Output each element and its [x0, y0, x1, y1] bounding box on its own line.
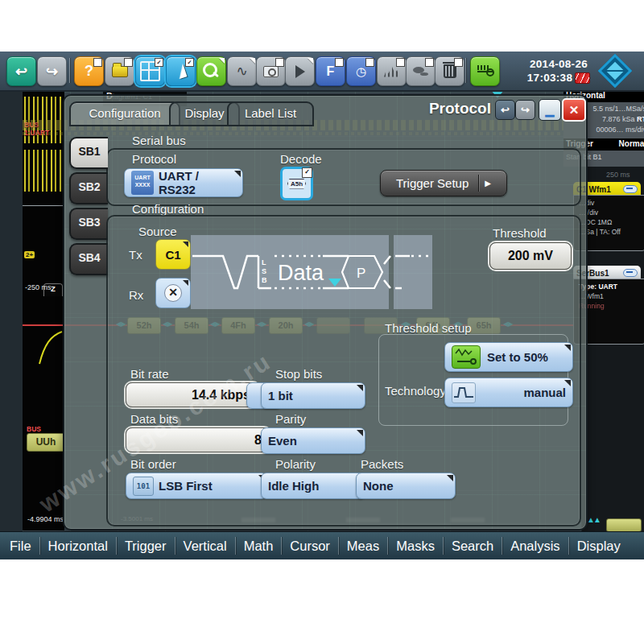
set-to-50-button[interactable]: Set to 50%: [444, 342, 573, 372]
bit-order-dropdown[interactable]: 101 LSB First: [126, 473, 267, 499]
rohde-schwarz-logo: [601, 56, 630, 85]
toolbar: ↩ ↪ ? ✓ ✓ ∿ F ◷ 2014-08-26 17:03:38: [0, 52, 644, 92]
menu-meas[interactable]: Meas: [339, 533, 387, 559]
marker-arrows: ▲▲: [587, 515, 600, 524]
menu-trigger[interactable]: Trigger: [117, 533, 175, 559]
decode-label: Decode: [280, 152, 322, 166]
time-scale-label: -250 ms: [25, 283, 52, 291]
threshold-setup-label: Threshold setup: [385, 321, 472, 335]
oscilloscope-screen: ↩ ↪ ? ✓ ✓ ∿ F ◷ 2014-08-26 17:03:38 Diag…: [0, 0, 644, 644]
delete-icon[interactable]: [435, 56, 464, 86]
select-pointer-icon[interactable]: ✓: [166, 56, 196, 86]
tx-label: Tx: [129, 248, 142, 262]
waveform-curve: [37, 328, 64, 365]
dialog-title: Protocol: [338, 100, 491, 118]
trigger-mode: Normal: [619, 139, 644, 151]
bit-rate-label: Bit rate: [130, 367, 169, 381]
svg-text:S: S: [262, 267, 266, 275]
dialog-forward-button[interactable]: ↪: [515, 100, 535, 120]
menu-horizontal[interactable]: Horizontal: [40, 533, 116, 559]
menu-cursor[interactable]: Cursor: [282, 533, 338, 559]
hex-value-badge: [606, 518, 642, 532]
screenshot-icon[interactable]: [256, 56, 286, 86]
trigger-flag-icon[interactable]: F: [316, 56, 345, 86]
tx-source-button[interactable]: C1: [155, 239, 191, 270]
rx-source-button[interactable]: ✕: [155, 278, 191, 308]
threshold-value-button[interactable]: 200 mV: [489, 242, 572, 270]
threshold-auto-icon: [452, 345, 481, 369]
menu-file[interactable]: File: [2, 533, 39, 559]
zoom-time-label: -4.9904 ms: [27, 515, 64, 523]
serial-bus-section-label: Serial bus: [132, 134, 186, 147]
protocol-label: Protocol: [132, 152, 176, 166]
decode-hex-icon: A5h: [287, 179, 306, 189]
menu-display[interactable]: Display: [569, 533, 629, 559]
open-file-icon[interactable]: [105, 56, 134, 86]
display-settings-icon[interactable]: ✓: [135, 56, 165, 86]
datetime-display: 2014-08-26 17:03:38: [517, 57, 601, 85]
toolbar-separator: [69, 58, 70, 83]
menu-bar: File Horizontal Trigger Vertical Math Cu…: [0, 531, 644, 559]
dialog-close-button[interactable]: ✕: [562, 98, 586, 122]
undo-icon[interactable]: ↩: [6, 56, 36, 86]
redo-icon[interactable]: ↪: [37, 56, 67, 86]
tab-configuration[interactable]: Configuration: [69, 101, 180, 126]
menu-math[interactable]: Math: [236, 533, 282, 559]
menu-search[interactable]: Search: [444, 533, 502, 559]
dialog-minimize-button[interactable]: ▁: [539, 99, 561, 121]
masks-icon[interactable]: [406, 56, 436, 86]
spectrum-icon[interactable]: [377, 56, 407, 86]
pulse-icon: [452, 382, 476, 403]
uart-frame-diagram: L S B Data P: [191, 233, 434, 311]
menu-analysis[interactable]: Analysis: [502, 533, 568, 559]
parity-label: Parity: [275, 412, 306, 426]
dialog-back-button[interactable]: ↩: [495, 100, 515, 120]
check-icon: ✓: [302, 167, 312, 178]
waveform-curve: [40, 526, 64, 530]
timer-icon[interactable]: ◷: [346, 56, 376, 86]
trigger-position-marker[interactable]: [328, 279, 341, 287]
help-icon[interactable]: ?: [74, 56, 104, 86]
polarity-dropdown[interactable]: Idle High: [261, 473, 365, 499]
bus-burst-waveform: [24, 150, 63, 192]
protocol-dropdown[interactable]: UARTXXXX UART / RS232: [124, 168, 243, 197]
acquisition-icon[interactable]: ∿: [227, 56, 257, 86]
protocol-dialog: Configuration Display Label List Protoco…: [63, 94, 588, 530]
configuration-section-label: Configuration: [132, 202, 204, 216]
date-text: 2014-08-26: [517, 57, 601, 71]
menu-masks[interactable]: Masks: [388, 533, 443, 559]
minimize-pill-icon[interactable]: [623, 185, 638, 193]
source-label: Source: [138, 225, 177, 238]
none-icon: ✕: [164, 284, 182, 302]
tab-sb3[interactable]: SB3: [69, 208, 108, 240]
uart-icon: UARTXXXX: [131, 171, 154, 195]
decode-checkbox[interactable]: A5h ✓: [280, 167, 313, 200]
tab-label-list[interactable]: Label List: [227, 101, 314, 126]
trigger-setup-button[interactable]: Trigger Setup ▶: [380, 170, 507, 196]
protocol-value: UART / RS232: [159, 169, 236, 196]
menu-vertical[interactable]: Vertical: [175, 533, 235, 559]
run-control-icon[interactable]: [285, 56, 315, 86]
threshold-label: Threshold: [493, 226, 547, 240]
minimize-pill-icon[interactable]: [623, 269, 638, 277]
parity-dropdown[interactable]: Even: [261, 427, 365, 454]
toolbar-separator: [465, 58, 466, 83]
svg-text:L: L: [262, 258, 266, 266]
tab-sb2[interactable]: SB2: [69, 172, 108, 204]
packets-dropdown[interactable]: None: [356, 473, 456, 499]
tab-sb4[interactable]: SB4: [69, 243, 108, 275]
zoom-icon[interactable]: [196, 56, 226, 86]
technology-label: Technology: [385, 384, 446, 398]
signal-annotation-icon[interactable]: [470, 56, 500, 86]
technology-value: manual: [523, 386, 566, 399]
channel-marker: 2+: [24, 251, 35, 258]
stop-bits-label: Stop bits: [275, 367, 322, 381]
bit-order-icon: 101: [133, 477, 154, 496]
time-text: 17:03:38: [527, 71, 572, 85]
chevron-right-icon: ▶: [485, 179, 491, 188]
technology-dropdown[interactable]: manual: [444, 378, 573, 407]
range-hint: 250 ms: [606, 171, 630, 179]
rx-label: Rx: [129, 288, 143, 302]
stop-bits-dropdown[interactable]: 1 bit: [261, 382, 365, 409]
tab-sb1[interactable]: SB1: [69, 137, 108, 169]
